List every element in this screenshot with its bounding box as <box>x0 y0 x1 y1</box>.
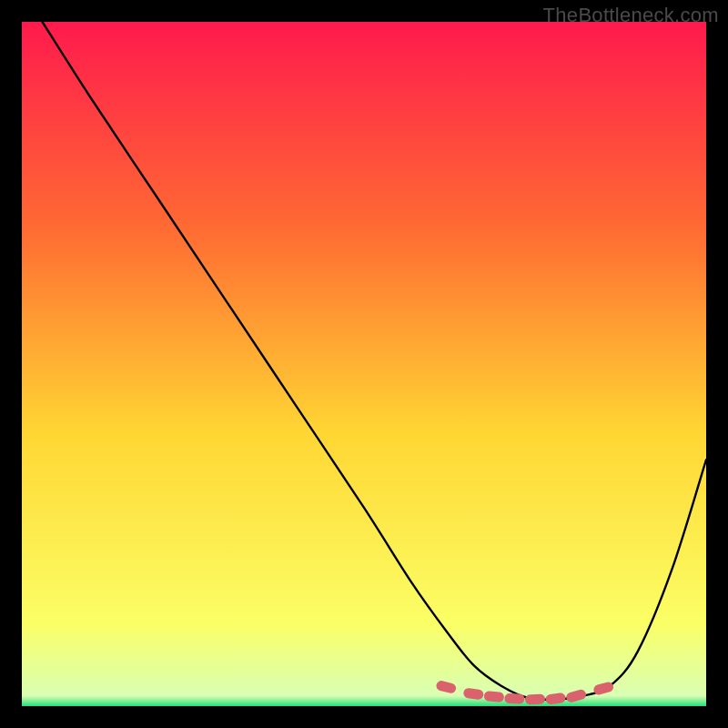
marker-pill <box>525 694 545 705</box>
chart-svg <box>22 22 706 706</box>
chart-plot <box>22 22 706 706</box>
attribution-text: TheBottleneck.com <box>543 4 719 27</box>
marker-pill <box>504 693 524 704</box>
gradient-background <box>22 22 706 706</box>
